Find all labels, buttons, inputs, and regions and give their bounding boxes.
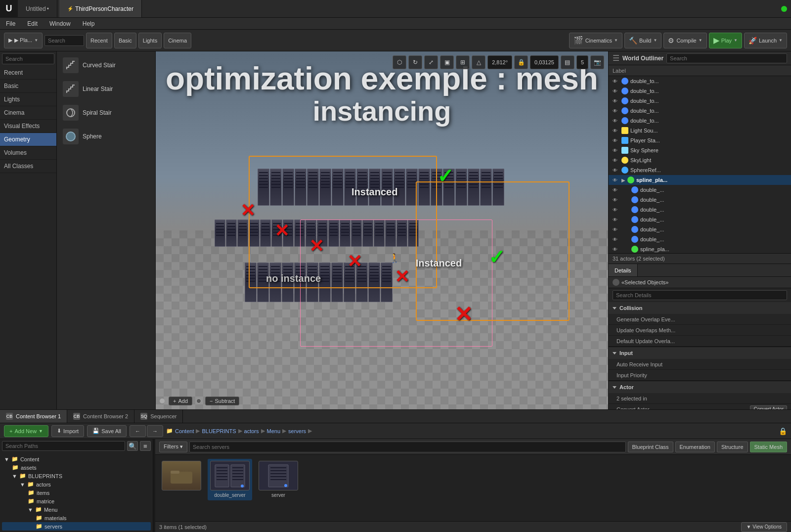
nav-forward-btn[interactable]: →: [147, 425, 163, 437]
left-search-input[interactable]: [2, 53, 54, 64]
outliner-item-spline[interactable]: 👁 ▶ spline_pla...: [609, 175, 791, 185]
tree-matrice[interactable]: 📁 matrice: [2, 497, 151, 505]
nav-back-btn[interactable]: ←: [130, 425, 146, 437]
tab-sequencer[interactable]: SQ Sequencer: [134, 410, 183, 423]
tab-thirdperson[interactable]: ⚡ ThirdPersonCharacter: [59, 0, 142, 17]
mode-search[interactable]: [44, 35, 84, 46]
input-section-header[interactable]: Input: [609, 347, 791, 359]
outliner-item-child-4[interactable]: 👁 double_...: [609, 215, 791, 224]
outliner-item-playerstart[interactable]: 👁 Player Sta...: [609, 135, 791, 145]
sidebar-item-lights[interactable]: Lights: [0, 93, 56, 106]
outliner-item-skylight[interactable]: 👁 SkyLight: [609, 155, 791, 165]
path-content[interactable]: Content: [175, 428, 194, 434]
menu-window[interactable]: Window: [47, 20, 73, 27]
vp-grid-icon[interactable]: ▤: [561, 55, 574, 69]
cinema-btn[interactable]: Cinema: [164, 33, 191, 48]
subtract-btn[interactable]: − Subtract: [205, 397, 239, 405]
compile-btn[interactable]: ⚙ Compile ▼: [663, 33, 706, 48]
menu-edit[interactable]: Edit: [25, 20, 40, 27]
static-mesh-filter[interactable]: Static Mesh: [750, 442, 787, 452]
basic-btn[interactable]: Basic: [114, 33, 136, 48]
launch-btn[interactable]: 🚀 Launch ▼: [744, 33, 787, 48]
menu-help[interactable]: Help: [81, 20, 97, 27]
sidebar-item-volumes[interactable]: Volumes: [0, 146, 56, 160]
outliner-item-child-5[interactable]: 👁 double_...: [609, 224, 791, 234]
outliner-item-4[interactable]: 👁 double_to...: [609, 116, 791, 126]
outliner-item-3[interactable]: 👁 double_to...: [609, 106, 791, 116]
details-search-input[interactable]: [613, 290, 787, 300]
vp-scale-btn[interactable]: ⤢: [424, 55, 438, 69]
viewport[interactable]: optimization exemple : mesh instancing ⬡…: [156, 51, 608, 409]
tree-assets[interactable]: 📁 assets: [2, 463, 151, 472]
tab-content-browser-2[interactable]: CB Content Browser 2: [67, 410, 134, 423]
outliner-item-child-1[interactable]: 👁 double_...: [609, 185, 791, 195]
sidebar-item-geometry[interactable]: Geometry: [0, 133, 56, 146]
lights-btn[interactable]: Lights: [138, 33, 162, 48]
outliner-item-child-spline[interactable]: 👁 spline_pla...: [609, 244, 791, 253]
tree-servers[interactable]: 📁 servers: [2, 522, 151, 531]
details-tab[interactable]: Details: [609, 264, 638, 276]
tree-materials[interactable]: 📁 materials: [2, 514, 151, 522]
outliner-item-sphere[interactable]: 👁 SphereRef...: [609, 165, 791, 175]
sidebar-item-basic[interactable]: Basic: [0, 80, 56, 93]
tree-blueprints[interactable]: ▼ 📁 BLUEPRINTS: [2, 472, 151, 480]
vp-lock-btn[interactable]: 🔒: [514, 55, 528, 69]
outliner-item-1[interactable]: 👁 double_to...: [609, 86, 791, 96]
outliner-item-0[interactable]: 👁 double_to...: [609, 76, 791, 86]
add-radio[interactable]: [160, 399, 165, 403]
enumeration-filter[interactable]: Enumeration: [675, 442, 715, 452]
search-paths-input[interactable]: [2, 441, 125, 451]
subtract-radio[interactable]: [196, 399, 201, 403]
sidebar-item-cinema[interactable]: Cinema: [0, 106, 56, 120]
search-servers-input[interactable]: [189, 442, 626, 452]
cb-item-server[interactable]: server: [256, 459, 301, 500]
vp-angle-btn[interactable]: △: [472, 55, 485, 69]
outliner-item-skysphere[interactable]: 👁 Sky Sphere: [609, 145, 791, 155]
vp-surface-btn[interactable]: ▣: [440, 55, 454, 69]
tree-content[interactable]: ▼ 📁 Content: [2, 455, 151, 463]
cb-item-double-server[interactable]: double_server: [208, 459, 252, 500]
recent-btn[interactable]: Recent: [86, 33, 112, 48]
add-new-btn[interactable]: + Add New ▼: [4, 425, 48, 437]
vp-camera-btn[interactable]: 📷: [590, 55, 604, 69]
tree-actors[interactable]: ▼ 📁 actors: [2, 480, 151, 488]
convert-actor-btn[interactable]: Convert Actor: [750, 405, 787, 409]
play-btn[interactable]: ▶ Play ▼: [709, 33, 742, 48]
tab-content-browser-1[interactable]: CB Content Browser 1: [0, 410, 67, 423]
geo-curved-stair[interactable]: Curved Stair: [61, 55, 151, 75]
outliner-item-child-6[interactable]: 👁 double_...: [609, 234, 791, 244]
vp-transform-btn[interactable]: ⬡: [393, 55, 406, 69]
actor-section-header[interactable]: Actor: [609, 381, 791, 393]
sidebar-item-all-classes[interactable]: All Classes: [0, 160, 56, 173]
outliner-item-child-2[interactable]: 👁 double_...: [609, 195, 791, 205]
path-servers[interactable]: servers: [288, 428, 306, 434]
save-all-btn[interactable]: 💾 Save All: [87, 425, 127, 437]
collision-section-header[interactable]: Collision: [609, 302, 791, 314]
outliner-item-child-3[interactable]: 👁 double_...: [609, 205, 791, 215]
search-paths-btn[interactable]: 🔍: [127, 441, 138, 451]
sidebar-item-visual-effects[interactable]: Visual Effects: [0, 120, 56, 133]
menu-file[interactable]: File: [4, 20, 17, 27]
path-blueprints[interactable]: BLUEPRINTS: [202, 428, 236, 434]
outliner-item-2[interactable]: 👁 double_to...: [609, 96, 791, 106]
filters-dropdown-btn[interactable]: Filters ▾: [159, 442, 187, 452]
filter-paths-btn[interactable]: ≡: [140, 441, 151, 451]
build-btn[interactable]: 🔨 Build ▼: [624, 33, 661, 48]
add-btn[interactable]: + Add: [169, 397, 192, 405]
tab-untitled[interactable]: Untitled •: [18, 0, 57, 17]
geo-sphere[interactable]: Sphere: [61, 127, 151, 146]
vp-rotate-btn[interactable]: ↻: [408, 55, 422, 69]
path-actors[interactable]: actors: [244, 428, 259, 434]
geo-spiral-stair[interactable]: Spiral Stair: [61, 103, 151, 123]
structure-filter[interactable]: Structure: [717, 442, 748, 452]
vp-snap-btn[interactable]: ⊞: [456, 55, 470, 69]
outliner-search-input[interactable]: [666, 53, 787, 63]
tree-menu[interactable]: ▼ 📁 Menu: [2, 505, 151, 514]
cinematics-btn[interactable]: 🎬 Cinematics ▼: [569, 33, 622, 48]
import-btn[interactable]: ⬇ Import: [51, 425, 84, 437]
cb-item-folder[interactable]: [159, 459, 204, 494]
play-mode-btn[interactable]: ▶ ▶ Pla... ▼: [4, 33, 43, 48]
sidebar-item-recent[interactable]: Recent: [0, 66, 56, 80]
view-options-btn[interactable]: ▼ View Options: [741, 522, 787, 532]
outliner-item-lightsource[interactable]: 👁 Light Sou...: [609, 126, 791, 135]
